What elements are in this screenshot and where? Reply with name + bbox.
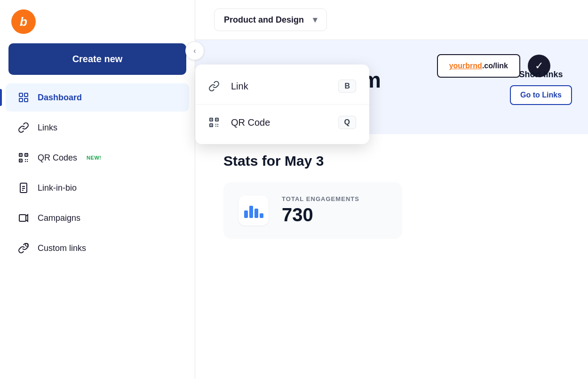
svg-rect-19	[211, 119, 212, 120]
dropdown-item-qr-code[interactable]: QR Code Q	[195, 106, 369, 138]
bio-icon	[17, 182, 30, 194]
dropdown-item-link[interactable]: Link B	[195, 70, 369, 102]
svg-rect-9	[20, 160, 21, 161]
total-engagements-value: 730	[282, 204, 359, 226]
logo-area: b	[0, 0, 195, 43]
qr-code-label: QR Code	[231, 117, 329, 128]
workspace-label: Product and Design	[224, 15, 304, 25]
svg-rect-8	[26, 154, 27, 155]
total-engagements-label: TOTAL ENGAGEMENTS	[282, 195, 359, 202]
custom-links-label: Custom links	[38, 243, 86, 253]
custom-link-icon	[17, 242, 30, 254]
stats-card: TOTAL ENGAGEMENTS 730	[223, 182, 402, 239]
stats-section: Stats for May 3 TOTAL ENGAGEMENTS 730	[195, 134, 588, 258]
sidebar-nav: Dashboard Links	[0, 82, 195, 263]
link-label: Link	[231, 81, 329, 92]
svg-rect-2	[19, 98, 23, 102]
workspace-dropdown[interactable]: Product and Design ▾	[214, 8, 327, 31]
grid-icon	[17, 92, 30, 103]
link-icon	[17, 122, 30, 133]
go-to-links-button[interactable]: Go to Links	[510, 85, 572, 105]
main-content: Product and Design ▾ ctions Platform you…	[195, 0, 588, 379]
sidebar-item-campaigns[interactable]: Campaigns	[6, 204, 189, 232]
bar-chart-icon	[244, 203, 263, 218]
short-links-label: Short links	[519, 70, 563, 80]
stats-title: Stats for May 3	[223, 153, 560, 169]
new-badge: NEW!	[87, 155, 102, 161]
sidebar-item-links[interactable]: Links	[6, 113, 189, 142]
stats-content: TOTAL ENGAGEMENTS 730	[282, 195, 359, 226]
chevron-down-icon: ▾	[313, 15, 317, 25]
sidebar-item-dashboard[interactable]: Dashboard	[6, 83, 189, 112]
svg-rect-21	[211, 125, 212, 126]
qr-icon	[17, 152, 30, 163]
link-domain: yourbrnd	[449, 62, 482, 70]
svg-rect-3	[24, 98, 28, 102]
collapse-sidebar-button[interactable]: ‹	[185, 41, 204, 60]
sidebar-item-qr-codes[interactable]: QR Codes NEW!	[6, 144, 189, 172]
link-icon	[208, 81, 222, 92]
dropdown-divider	[195, 104, 369, 105]
links-label: Links	[38, 123, 57, 133]
link-in-bio-label: Link-in-bio	[38, 183, 77, 193]
create-new-dropdown: Link B QR Code Q	[195, 65, 369, 144]
sidebar-item-custom-links[interactable]: Custom links	[6, 234, 189, 262]
stats-icon-box	[238, 195, 269, 226]
qr-codes-label: QR Codes	[38, 153, 77, 163]
sidebar-item-link-in-bio[interactable]: Link-in-bio	[6, 174, 189, 202]
svg-rect-20	[216, 119, 217, 120]
qr-code-shortcut: Q	[338, 116, 356, 129]
dashboard-label: Dashboard	[38, 93, 82, 103]
svg-rect-0	[19, 93, 23, 97]
svg-rect-14	[19, 215, 26, 221]
main-header: Product and Design ▾	[195, 0, 588, 40]
campaign-icon	[17, 212, 30, 224]
link-shortcut: B	[338, 80, 356, 93]
create-new-button[interactable]: Create new	[8, 43, 186, 75]
svg-rect-7	[20, 154, 21, 155]
campaigns-label: Campaigns	[38, 213, 80, 223]
svg-rect-1	[24, 93, 28, 97]
short-links-panel: Short links Go to Links	[494, 40, 588, 134]
logo[interactable]: b	[11, 9, 36, 34]
qr-code-icon	[208, 117, 222, 128]
sidebar: b Create new Dashboard	[0, 0, 195, 379]
